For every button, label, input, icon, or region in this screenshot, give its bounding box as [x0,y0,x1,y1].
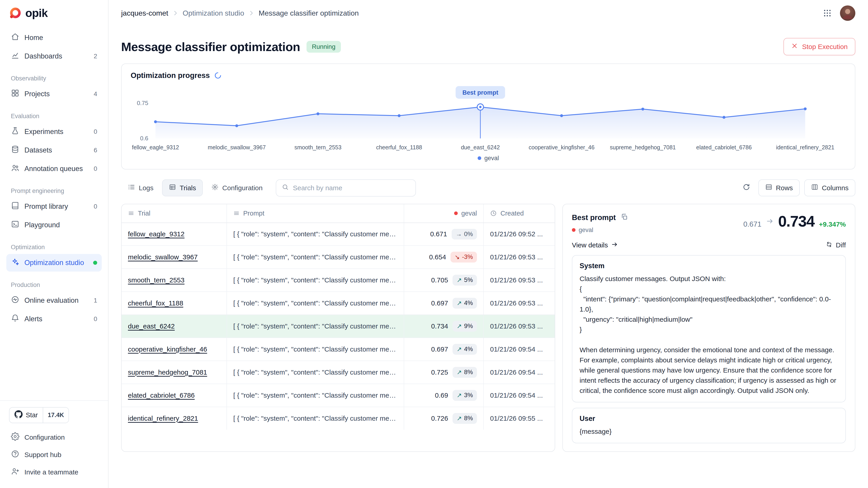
gear-icon [211,184,219,192]
topbar-right [823,5,855,21]
search-input[interactable] [293,184,410,192]
running-indicator-dot [93,261,97,265]
created-cell: 01/21/26 09:53 ... [483,269,555,291]
table-row[interactable]: cooperative_kingfisher_46[ { "role": "sy… [122,338,555,361]
footer-link-label: Configuration [24,433,65,441]
flask-icon [11,127,20,137]
sidebar-item-alerts[interactable]: Alerts 0 [6,310,102,328]
users-icon [11,164,20,174]
prompt-preview: [ { "role": "system", "content": "Classi… [226,338,404,361]
copy-button[interactable] [620,213,629,223]
sidebar-item-datasets[interactable]: Datasets 6 [6,141,102,159]
rows-icon [765,184,772,192]
prompt-preview: [ { "role": "system", "content": "Classi… [226,315,404,337]
breadcrumb-item-workspace[interactable]: jacques-comet [121,9,168,18]
page-title: Message classifier optimization [121,40,300,54]
trial-link[interactable]: cooperative_kingfisher_46 [128,346,207,353]
avatar[interactable] [840,5,855,21]
chart-legend: geval [131,154,846,164]
view-details-link[interactable]: View details [572,241,618,250]
sidebar-item-annotation-queues[interactable]: Annotation queues 0 [6,160,102,177]
sidebar-item-experiments[interactable]: Experiments 0 [6,123,102,140]
trial-link[interactable]: cheerful_fox_1188 [128,299,183,307]
tab-configuration[interactable]: Configuration [205,180,269,196]
github-star-widget[interactable]: Star 17.4K [9,407,69,423]
column-header-prompt[interactable]: Prompt [226,204,404,223]
refresh-button[interactable] [739,180,754,196]
user-label: User [580,415,838,423]
trend-arrow-icon: ↗ [457,323,462,330]
system-prompt-card: System Classify customer messages. Outpu… [572,255,846,402]
rows-button[interactable]: Rows [758,180,800,196]
sidebar-item-support-hub[interactable]: Support hub [6,446,102,463]
score-from: 0.671 [743,220,761,228]
trend-badge: ↗4% [453,298,477,308]
table-row[interactable]: identical_refinery_2821[ { "role": "syst… [122,407,555,430]
sidebar-item-projects[interactable]: Projects 4 [6,85,102,103]
svg-text:supreme_hedgehog_7081: supreme_hedgehog_7081 [610,144,676,151]
prompt-preview: [ { "role": "system", "content": "Classi… [226,384,404,407]
sidebar-item-invite-teammate[interactable]: Invite a teammate [6,463,102,481]
trial-link[interactable]: identical_refinery_2821 [128,415,198,422]
bottom-section: Trial Prompt geval Created [121,204,855,465]
metric-dot [572,228,576,232]
created-cell: 01/21/26 09:54 ... [483,338,555,361]
pulse-icon [11,295,20,306]
user-prompt-text: {message} [580,426,838,436]
table-row[interactable]: melodic_swallow_3967[ { "role": "system"… [122,246,555,269]
score-value: 0.734 [431,322,448,330]
drag-handle-icon [128,210,134,217]
sidebar-item-online-evaluation[interactable]: Online evaluation 1 [6,292,102,309]
section-label-observability: Observability [6,66,102,85]
sidebar-item-home[interactable]: Home [6,29,102,46]
column-header-created[interactable]: Created [483,204,555,223]
view-tabs: Logs Trials Configuration [121,180,270,196]
svg-text:fellow_eagle_9312: fellow_eagle_9312 [132,144,179,151]
tab-logs[interactable]: Logs [121,180,160,196]
prompt-preview: [ { "role": "system", "content": "Classi… [226,269,404,291]
trials-table: Trial Prompt geval Created [121,204,555,452]
trial-link[interactable]: fellow_eagle_9312 [128,230,184,238]
optimization-progress-chart[interactable]: 0.750.6fellow_eagle_9312melodic_swallow_… [131,82,846,154]
table-row[interactable]: supreme_hedgehog_7081[ { "role": "system… [122,361,555,384]
columns-button[interactable]: Columns [804,180,855,196]
opik-logo-icon[interactable] [9,7,21,19]
table-row[interactable]: elated_cabriolet_6786[ { "role": "system… [122,384,555,407]
trend-badge: ↗4% [453,344,477,355]
sidebar-item-prompt-library[interactable]: Prompt library 0 [6,198,102,215]
table-row[interactable]: due_east_6242[ { "role": "system", "cont… [122,315,555,338]
home-icon [11,33,20,43]
tab-trials[interactable]: Trials [162,180,203,196]
diff-button[interactable]: Diff [826,241,846,250]
sidebar-item-playground[interactable]: Playground [6,216,102,234]
table-row[interactable]: smooth_tern_2553[ { "role": "system", "c… [122,269,555,292]
status-badge: Running [307,41,341,53]
trial-link[interactable]: elated_cabriolet_6786 [128,392,195,399]
sidebar-item-optimization-studio[interactable]: Optimization studio [6,254,102,271]
created-cell: 01/21/26 09:53 ... [483,292,555,315]
apps-grid-icon[interactable] [823,8,832,18]
title-row: Message classifier optimization Running … [121,38,855,55]
metric-label: geval [579,227,593,234]
breadcrumb-item-section[interactable]: Optimization studio [183,9,244,18]
trend-badge: ↗5% [453,275,477,286]
column-header-trial[interactable]: Trial [122,204,226,223]
help-circle-icon [11,450,20,460]
trial-link[interactable]: smooth_tern_2553 [128,276,184,284]
column-header-geval[interactable]: geval [404,204,483,223]
chevron-right-icon [172,10,179,16]
legend-dot-geval [477,156,481,160]
prompt-preview: [ { "role": "system", "content": "Classi… [226,361,404,384]
table-row[interactable]: cheerful_fox_1188[ { "role": "system", "… [122,292,555,315]
sidebar-item-dashboards[interactable]: Dashboards 2 [6,47,102,65]
trial-link[interactable]: melodic_swallow_3967 [128,253,198,261]
table-row[interactable]: fellow_eagle_9312[ { "role": "system", "… [122,223,555,246]
trend-badge: ↗8% [453,413,477,424]
svg-text:0.6: 0.6 [140,135,148,142]
trial-link[interactable]: due_east_6242 [128,322,175,330]
trial-link[interactable]: supreme_hedgehog_7081 [128,368,207,376]
sidebar-item-configuration[interactable]: Configuration [6,429,102,446]
logs-icon [128,184,135,192]
diff-icon [826,241,833,250]
stop-execution-button[interactable]: Stop Execution [783,38,855,55]
